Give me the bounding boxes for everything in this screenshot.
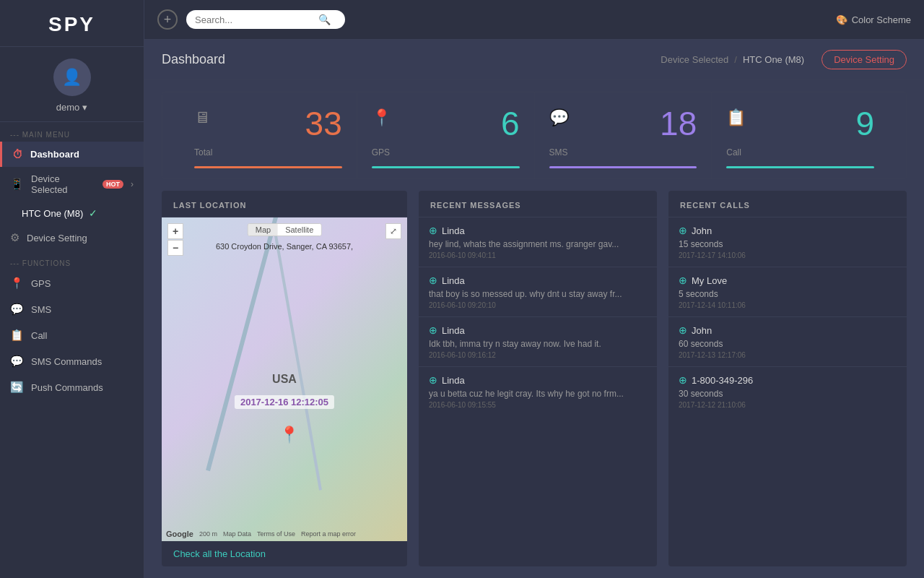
zoom-in-button[interactable]: +: [167, 223, 183, 239]
messages-section-title: RECENT MESSAGES: [419, 191, 657, 217]
message-text: hey lind, whats the assignment ms. grang…: [429, 239, 631, 249]
settings-icon: ⚙: [10, 231, 19, 244]
messages-panel: RECENT MESSAGES ⊕ Linda hey lind, whats …: [419, 191, 657, 566]
arrow-right-icon: ›: [131, 179, 134, 189]
list-item[interactable]: ⊕ John 15 seconds 2017-12-17 14:10:06: [668, 217, 907, 267]
call-contact-icon: ⊕: [679, 225, 687, 236]
check-location-link[interactable]: Check all the Location: [162, 541, 407, 566]
map-data-text: Map Data: [223, 530, 251, 538]
call-date: 2017-12-14 10:11:06: [679, 301, 897, 309]
list-item[interactable]: ⊕ Linda Idk tbh, imma try n stay away no…: [419, 317, 657, 367]
map-country: USA: [272, 373, 297, 386]
call-contact-name: 1-800-349-296: [692, 375, 753, 386]
device-setting-button[interactable]: Device Setting: [821, 50, 907, 69]
message-contact-name: Linda: [442, 325, 465, 336]
sidebar-item-label: Dashboard: [30, 149, 79, 160]
call-contact-icon: ⊕: [679, 324, 687, 336]
main-menu-label: --- MAIN MENU: [0, 122, 144, 142]
gps-icon: 📍: [10, 277, 24, 290]
call-date: 2017-12-12 21:10:06: [679, 401, 897, 409]
call-contact-name: John: [692, 325, 712, 336]
call-contact-icon: ⊕: [679, 275, 687, 286]
sms-label: SMS: [549, 147, 697, 158]
map-terms[interactable]: Terms of Use: [257, 530, 295, 538]
message-contact-name: Linda: [442, 225, 465, 236]
sidebar-item-push-commands[interactable]: 🔄 Push Commands: [0, 374, 144, 400]
sidebar-item-sms[interactable]: 💬 SMS: [0, 296, 144, 322]
map-footer: Google 200 m Map Data Terms of Use Repor…: [166, 530, 356, 538]
list-item[interactable]: ⊕ John 60 seconds 2017-12-13 12:17:06: [668, 317, 907, 367]
functions-label: --- FUNCTIONS: [0, 251, 144, 270]
call-duration: 30 seconds: [679, 389, 897, 399]
gps-stat-icon: 📍: [372, 108, 391, 127]
sidebar-item-label: Device Setting: [27, 233, 87, 243]
page-title: Dashboard: [162, 52, 225, 67]
sidebar-item-dashboard[interactable]: ⏱ Dashboard: [0, 142, 144, 167]
sidebar-item-label: SMS: [31, 304, 51, 315]
map-type-satellite-button[interactable]: Satellite: [278, 224, 321, 236]
username[interactable]: demo ▾: [56, 102, 88, 113]
map-type-map-button[interactable]: Map: [248, 224, 278, 236]
sms-stat-icon: 💬: [549, 108, 569, 127]
calls-section-title: RECENT CALLS: [668, 191, 907, 217]
sms-commands-icon: 💬: [10, 355, 24, 368]
sidebar-item-label: Push Commands: [31, 382, 103, 393]
stats-row: 🖥 33 Total 📍 6 GPS 💬 18 SMS 📋: [162, 92, 907, 179]
list-item[interactable]: ⊕ Linda that boy is so messed up. why dn…: [419, 267, 657, 317]
device-selected-icon: 📱: [10, 178, 24, 191]
sidebar-item-device-selected[interactable]: 📱 Device Selected HOT ›: [0, 167, 144, 202]
sidebar-item-gps[interactable]: 📍 GPS: [0, 270, 144, 296]
message-contact-icon: ⊕: [429, 275, 437, 286]
sidebar: SPY 👤 demo ▾ --- MAIN MENU ⏱ Dashboard 📱…: [0, 0, 144, 578]
call-stat-icon: 📋: [726, 108, 746, 127]
call-duration: 5 seconds: [679, 289, 897, 299]
zoom-out-button[interactable]: −: [167, 240, 183, 256]
search-icon: 🔍: [318, 14, 331, 25]
topbar: + 🔍 🎨 Color Scheme: [144, 0, 924, 40]
message-date: 2016-06-10 09:16:12: [429, 351, 647, 359]
push-commands-icon: 🔄: [10, 381, 24, 394]
call-icon: 📋: [10, 329, 24, 342]
gps-value: 6: [501, 107, 520, 140]
call-duration: 15 seconds: [679, 239, 897, 249]
message-date: 2016-06-10 09:15:55: [429, 401, 647, 409]
total-label: Total: [194, 147, 342, 158]
sidebar-nav: --- MAIN MENU ⏱ Dashboard 📱 Device Selec…: [0, 122, 144, 578]
color-scheme-button[interactable]: 🎨 Color Scheme: [836, 14, 911, 25]
sidebar-item-device-setting[interactable]: ⚙ Device Setting: [0, 225, 144, 251]
breadcrumb-current: HTC One (M8): [743, 54, 804, 65]
map-panel: LAST LOCATION + − Map Satellite ⤢ 630 Cr…: [162, 191, 407, 566]
gps-label: GPS: [372, 147, 520, 158]
stat-total: 🖥 33 Total: [180, 92, 357, 178]
calls-list: ⊕ John 15 seconds 2017-12-17 14:10:06 ⊕ …: [668, 217, 907, 566]
search-input[interactable]: [195, 14, 314, 25]
list-item[interactable]: ⊕ Linda hey lind, whats the assignment m…: [419, 217, 657, 267]
sidebar-item-call[interactable]: 📋 Call: [0, 322, 144, 348]
total-icon: 🖥: [194, 108, 210, 127]
sidebar-item-sms-commands[interactable]: 💬 SMS Commands: [0, 348, 144, 374]
call-contact-icon: ⊕: [679, 374, 687, 386]
add-button[interactable]: +: [157, 9, 178, 30]
call-contact-name: My Love: [692, 275, 727, 286]
total-value: 33: [305, 107, 342, 140]
map-type-bar: Map Satellite: [248, 223, 322, 236]
list-item[interactable]: ⊕ My Love 5 seconds 2017-12-14 10:11:06: [668, 267, 907, 317]
message-text: Idk tbh, imma try n stay away now. Ive h…: [429, 339, 631, 349]
sidebar-item-device-name[interactable]: HTC One (M8) ✓: [0, 202, 144, 225]
map-datetime: 2017-12-16 12:12:05: [235, 395, 334, 409]
map-container[interactable]: + − Map Satellite ⤢ 630 Croydon Drive, S…: [162, 217, 407, 541]
map-fullscreen-button[interactable]: ⤢: [385, 223, 401, 239]
message-text: that boy is so messed up. why dnt u stay…: [429, 289, 631, 299]
check-icon: ✓: [89, 207, 97, 219]
sidebar-item-label: SMS Commands: [31, 356, 102, 367]
sidebar-item-label: GPS: [31, 278, 51, 289]
call-bar: [726, 166, 874, 168]
map-pin-icon: 📍: [279, 426, 299, 444]
message-contact-icon: ⊕: [429, 225, 437, 236]
map-report[interactable]: Report a map error: [301, 530, 356, 538]
list-item[interactable]: ⊕ 1-800-349-296 30 seconds 2017-12-12 21…: [668, 367, 907, 416]
list-item[interactable]: ⊕ Linda ya u betta cuz he legit cray. It…: [419, 367, 657, 416]
breadcrumb-separator: /: [734, 54, 737, 65]
main-content: + 🔍 🎨 Color Scheme Dashboard Device Sele…: [144, 0, 924, 578]
stat-call: 📋 9 Call: [712, 92, 889, 178]
